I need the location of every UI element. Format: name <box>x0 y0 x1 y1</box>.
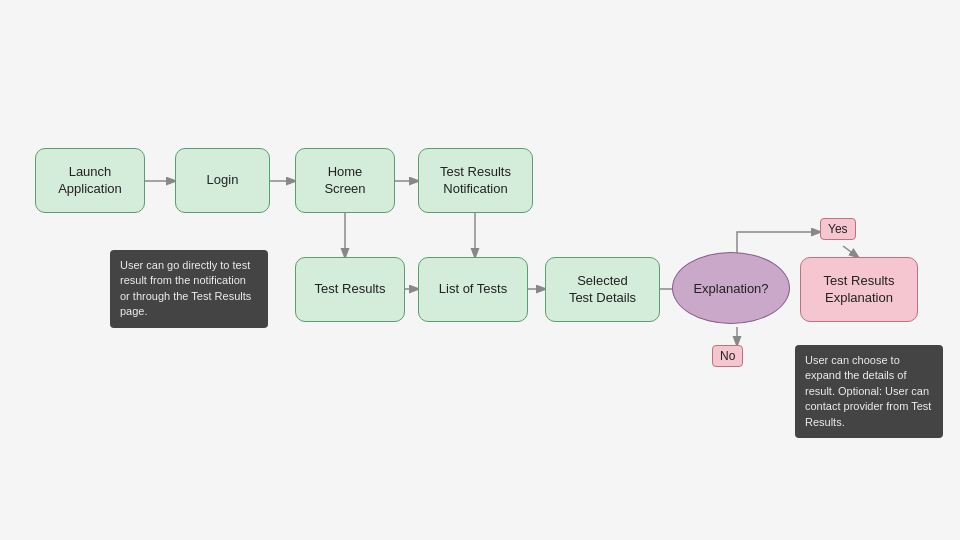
explanation-note: User can choose to expand the details of… <box>795 345 943 438</box>
no-badge: No <box>712 345 743 367</box>
login-node: Login <box>175 148 270 213</box>
explanation-note-text: User can choose to expand the details of… <box>805 354 931 428</box>
flow-note-text: User can go directly to test result from… <box>120 259 251 317</box>
explanation-node: Explanation? <box>672 252 790 324</box>
list-tests-label: List of Tests <box>439 281 507 298</box>
svg-line-8 <box>843 246 858 257</box>
selected-test-details-node: Selected Test Details <box>545 257 660 322</box>
selected-label: Selected Test Details <box>569 273 636 307</box>
test-results-notification-node: Test Results Notification <box>418 148 533 213</box>
test-results-explanation-node: Test Results Explanation <box>800 257 918 322</box>
list-of-tests-node: List of Tests <box>418 257 528 322</box>
test-results-label: Test Results <box>315 281 386 298</box>
test-results-node: Test Results <box>295 257 405 322</box>
no-label: No <box>720 349 735 363</box>
home-screen-node: Home Screen <box>295 148 395 213</box>
yes-badge: Yes <box>820 218 856 240</box>
explanation-label: Explanation? <box>693 281 768 296</box>
explanation-node-label: Test Results Explanation <box>824 273 895 307</box>
notification-label: Test Results Notification <box>440 164 511 198</box>
yes-label: Yes <box>828 222 848 236</box>
home-label: Home Screen <box>324 164 365 198</box>
login-label: Login <box>207 172 239 189</box>
flowchart-canvas: Launch Application Login Home Screen Tes… <box>0 0 960 540</box>
launch-label: Launch Application <box>58 164 122 198</box>
launch-application-node: Launch Application <box>35 148 145 213</box>
flow-note: User can go directly to test result from… <box>110 250 268 328</box>
